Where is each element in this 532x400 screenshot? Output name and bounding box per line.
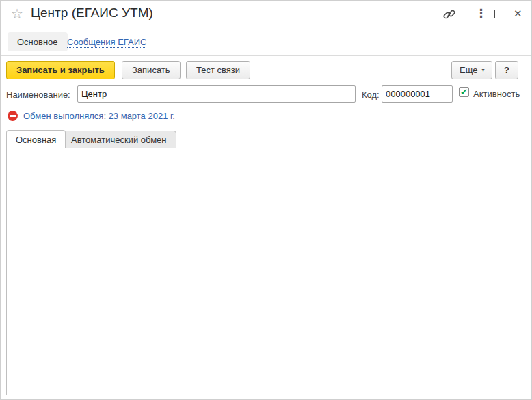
- nav-link-egais-messages[interactable]: Сообщения ЕГАИС: [67, 37, 146, 48]
- tab-main[interactable]: Основная: [6, 130, 66, 148]
- test-connection-button[interactable]: Тест связи: [186, 61, 250, 79]
- active-label: Активность: [473, 89, 520, 99]
- code-input[interactable]: [382, 85, 453, 103]
- more-actions-button[interactable]: Еще ▾: [451, 61, 492, 79]
- name-label: Наименование:: [6, 90, 70, 100]
- settings-panel: [6, 148, 527, 395]
- maximize-icon[interactable]: [494, 10, 503, 18]
- window-title: Центр (ЕГАИС УТМ): [31, 5, 153, 21]
- save-and-close-button[interactable]: Записать и закрыть: [6, 61, 115, 79]
- active-checkbox[interactable]: ✔: [459, 87, 469, 97]
- code-label: Код:: [362, 90, 380, 100]
- nav-tab-main[interactable]: Основное: [8, 32, 68, 51]
- close-icon[interactable]: ✕: [514, 8, 522, 18]
- get-link-icon[interactable]: [442, 8, 456, 24]
- save-button[interactable]: Записать: [122, 61, 181, 79]
- name-input[interactable]: [77, 85, 356, 103]
- chevron-down-icon: ▾: [481, 67, 484, 73]
- help-button[interactable]: ?: [495, 61, 518, 79]
- window: ☆ Центр (ЕГАИС УТМ) ⋮ ✕ Основное Сообщен…: [0, 0, 532, 400]
- nav-separator: [1, 55, 532, 56]
- exchange-status-link[interactable]: Обмен выполнялся: 23 марта 2021 г.: [23, 111, 175, 121]
- favorite-star-icon[interactable]: ☆: [11, 7, 23, 21]
- no-exchange-status-icon: [8, 111, 18, 121]
- more-actions-label: Еще: [460, 65, 477, 75]
- tab-auto-exchange[interactable]: Автоматический обмен: [62, 131, 176, 148]
- more-menu-icon[interactable]: ⋮: [475, 8, 487, 19]
